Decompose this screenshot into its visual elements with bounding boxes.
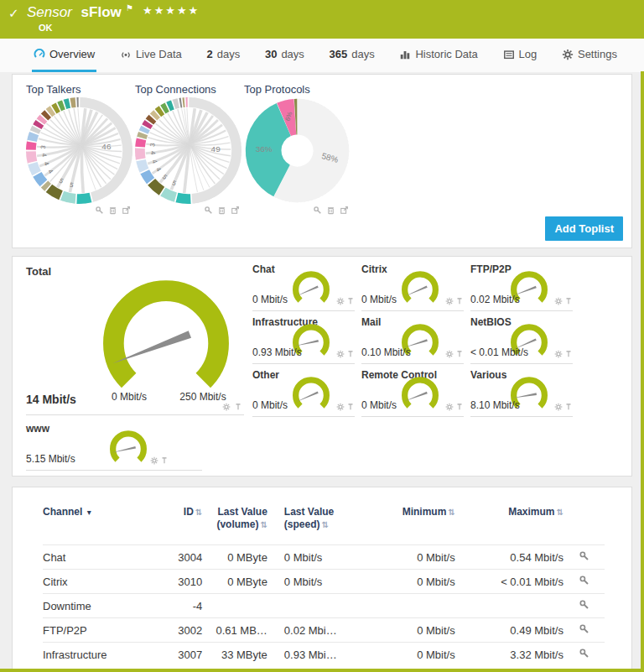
- cell-volume: 0 MByte: [202, 570, 267, 594]
- toplist-title: Top Protocols: [244, 83, 352, 96]
- page-title: Sensor sFlow: [27, 4, 122, 21]
- pin-icon[interactable]: [160, 456, 169, 465]
- gauge-chart: [288, 373, 335, 414]
- cell-speed: 0 Mbit/s: [267, 570, 355, 594]
- wrench-icon[interactable]: [313, 206, 322, 215]
- gauge-cell-infrastructure: Infrastructure 0.93 Mbit/s: [252, 316, 355, 364]
- page-frame-bottom: [0, 669, 644, 672]
- pin-icon[interactable]: [564, 350, 573, 358]
- col-header-id[interactable]: ID⇅: [153, 487, 202, 545]
- trash-icon[interactable]: [217, 206, 226, 215]
- tab-settings[interactable]: Settings: [560, 39, 619, 72]
- gear-icon[interactable]: [445, 297, 454, 305]
- gear-icon[interactable]: [554, 350, 563, 358]
- channels-table-panel: Channel ▾ ID⇅ Last Value (volume)⇅ Last …: [12, 487, 632, 669]
- table-row: Citrix 3010 0 MByte 0 Mbit/s 0 Mbit/s < …: [43, 570, 605, 594]
- col-header-maximum[interactable]: Maximum⇅: [455, 487, 564, 545]
- toplist-top-talkers: Top Talkers 46554443: [26, 83, 134, 215]
- tab-30-days[interactable]: 30 days: [263, 39, 306, 72]
- pin-icon[interactable]: [455, 297, 464, 305]
- toplist-title: Top Talkers: [26, 83, 134, 96]
- status-check-icon: ✓: [8, 6, 19, 21]
- col-header-minimum[interactable]: Minimum⇅: [355, 487, 455, 545]
- tab-overview[interactable]: Overview: [32, 39, 96, 72]
- gauge-value: 0.93 Mbit/s: [252, 346, 302, 358]
- gear-icon[interactable]: [554, 403, 563, 411]
- sort-desc-icon[interactable]: ▾: [87, 508, 91, 517]
- trash-icon[interactable]: [326, 206, 335, 215]
- gear-icon[interactable]: [222, 403, 231, 411]
- col-header-channel[interactable]: Channel ▾: [43, 487, 153, 545]
- tab-2-days[interactable]: 2 days: [205, 39, 242, 72]
- channel-settings-wrench-icon[interactable]: [579, 575, 589, 586]
- gear-icon[interactable]: [336, 350, 345, 358]
- cell-channel: Chat: [43, 545, 153, 570]
- gauge-chart: [105, 427, 152, 468]
- cell-speed: 0.93 Mbi…: [267, 643, 355, 667]
- pin-icon[interactable]: [455, 403, 464, 411]
- sort-icon[interactable]: ⇅: [195, 508, 202, 517]
- export-icon[interactable]: [231, 206, 240, 215]
- cell-id: -4: [153, 594, 202, 618]
- sort-icon[interactable]: ⇅: [322, 520, 329, 529]
- gear-icon[interactable]: [445, 403, 454, 411]
- svg-text:4: 4: [42, 160, 50, 167]
- gauge-cell-various: Various 8.10 Mbit/s: [470, 369, 573, 417]
- channel-settings-wrench-icon[interactable]: [579, 623, 589, 634]
- toplist-top-protocols: Top Protocols 58%36%6%: [244, 83, 352, 215]
- gauge-value: 0.10 Mbit/s: [361, 346, 411, 358]
- pin-icon[interactable]: [346, 350, 355, 358]
- pin-icon[interactable]: [564, 403, 573, 411]
- channel-settings-wrench-icon[interactable]: [579, 648, 589, 659]
- sort-icon[interactable]: ⇅: [557, 508, 564, 517]
- top-protocols-pie-chart[interactable]: 58%36%6%: [244, 97, 351, 204]
- tab-bar: Overview Live Data 2 days 30 days 365 da…: [0, 39, 644, 72]
- title-prefix: Sensor: [27, 4, 72, 20]
- toplist-top-connections: Top Connections 49554443: [135, 83, 243, 215]
- col-header-last-value-volume[interactable]: Last Value (volume)⇅: [202, 487, 267, 545]
- pin-icon[interactable]: [455, 350, 464, 358]
- top-talkers-chord-chart[interactable]: 46554443: [26, 97, 132, 204]
- total-gauge-value: 14 Mbit/s: [26, 393, 76, 406]
- pin-icon[interactable]: [234, 403, 242, 411]
- sort-icon[interactable]: ⇅: [260, 520, 267, 529]
- flag-icon[interactable]: ⚑: [126, 3, 133, 13]
- pin-icon[interactable]: [346, 297, 355, 305]
- export-icon[interactable]: [340, 206, 349, 215]
- gear-icon[interactable]: [150, 456, 158, 465]
- trash-icon[interactable]: [108, 206, 117, 215]
- sort-icon[interactable]: ⇅: [448, 508, 454, 517]
- wrench-icon[interactable]: [204, 206, 213, 215]
- export-icon[interactable]: [122, 206, 131, 215]
- col-header-last-value-speed[interactable]: Last Value (speed)⇅: [267, 487, 355, 545]
- pin-icon[interactable]: [564, 297, 573, 305]
- channel-settings-wrench-icon[interactable]: [579, 599, 589, 610]
- cell-maximum: < 0.01 Mbit/s: [455, 570, 564, 594]
- top-connections-chord-chart[interactable]: 49554443: [135, 97, 242, 204]
- tab-historic-data[interactable]: Historic Data: [397, 39, 479, 72]
- gear-icon[interactable]: [336, 297, 345, 305]
- gauge-label: Citrix: [361, 263, 387, 275]
- cell-id: 3007: [153, 643, 202, 667]
- gauge-label: Chat: [252, 263, 275, 275]
- gear-icon[interactable]: [336, 403, 345, 411]
- wrench-icon[interactable]: [95, 206, 104, 215]
- toplist-title: Top Connections: [135, 83, 243, 96]
- gear-icon[interactable]: [554, 297, 563, 305]
- priority-stars[interactable]: ★★★★★: [143, 4, 200, 17]
- gauge-min-label: 0 Mbit/s: [104, 391, 154, 403]
- gauge-value: 5.15 Mbit/s: [26, 453, 75, 465]
- gauge-icon: [34, 49, 45, 60]
- tab-log[interactable]: Log: [501, 39, 539, 72]
- pin-icon[interactable]: [346, 403, 355, 411]
- gauge-value: 0 Mbit/s: [252, 399, 288, 411]
- gear-icon[interactable]: [445, 350, 454, 358]
- svg-text:5: 5: [171, 179, 178, 187]
- channel-settings-wrench-icon[interactable]: [579, 550, 589, 561]
- tab-365-days[interactable]: 365 days: [328, 39, 377, 72]
- cell-maximum: [455, 594, 564, 618]
- add-toplist-button[interactable]: Add Toplist: [545, 216, 623, 241]
- tab-live-data[interactable]: Live Data: [118, 39, 184, 72]
- gauge-cell-citrix: Citrix 0 Mbit/s: [361, 263, 464, 311]
- gauge-value: < 0.01 Mbit/s: [470, 346, 528, 358]
